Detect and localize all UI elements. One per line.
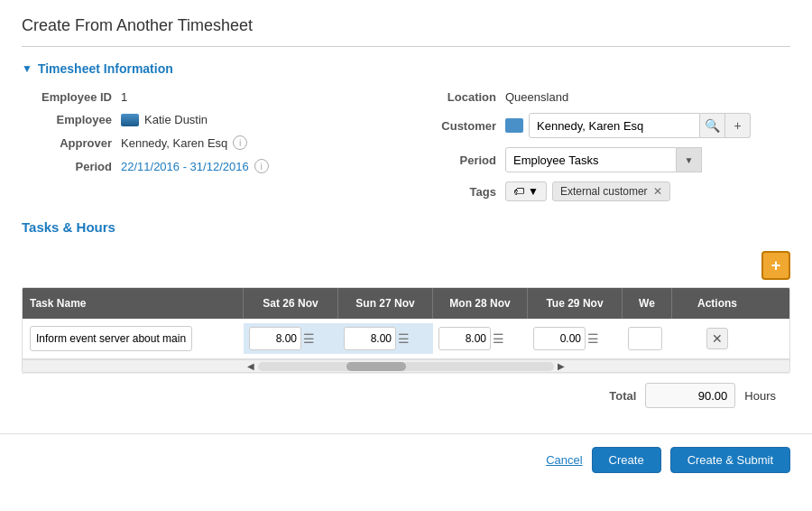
employee-icon	[121, 114, 139, 126]
create-button[interactable]: Create	[592, 447, 661, 473]
customer-period-label: Period	[406, 153, 496, 167]
col-sat: Sat 26 Nov	[244, 288, 338, 319]
col-tue: Tue 29 Nov	[528, 288, 623, 319]
customer-label: Customer	[406, 119, 496, 133]
delete-row-button[interactable]: ✕	[706, 328, 728, 349]
location-value: Queensland	[505, 90, 568, 104]
page-title: Create From Another Timesheet	[22, 16, 790, 35]
tasks-toolbar: +	[22, 251, 790, 280]
timesheet-form: Employee ID 1 Employee Katie Dustin Appr…	[22, 90, 790, 201]
period-select-arrow[interactable]: ▼	[677, 147, 702, 172]
customer-input[interactable]	[529, 113, 700, 138]
tag-icon: 🏷	[513, 185, 524, 198]
mon-menu-icon[interactable]: ☰	[493, 331, 504, 346]
col-task-name: Task Name	[23, 288, 244, 319]
left-form-col: Employee ID 1 Employee Katie Dustin Appr…	[22, 90, 406, 201]
col-sun: Sun 27 Nov	[338, 288, 433, 319]
add-task-button[interactable]: +	[761, 251, 790, 280]
approver-info-icon[interactable]: i	[233, 135, 247, 150]
tags-label: Tags	[406, 185, 496, 199]
scroll-left-arrow[interactable]: ◀	[244, 361, 258, 371]
tags-container: 🏷 ▼ External customer ✕	[505, 181, 670, 201]
employee-id-label: Employee ID	[22, 90, 112, 104]
sat-hours-cell: ☰	[244, 323, 338, 354]
mon-hours-input[interactable]	[438, 327, 491, 350]
col-we: We	[623, 288, 672, 319]
location-label: Location	[406, 90, 496, 104]
we-hours-input[interactable]	[628, 327, 662, 350]
customer-row: Customer 🔍 +	[406, 113, 790, 138]
period-info-icon[interactable]: i	[254, 159, 269, 173]
right-form-col: Location Queensland Customer 🔍 + Period …	[406, 90, 790, 201]
scrollbar-track[interactable]	[258, 362, 554, 371]
sun-menu-icon[interactable]: ☰	[398, 331, 410, 346]
hours-label: Hours	[744, 389, 776, 403]
approver-label: Approver	[22, 136, 112, 150]
tag-badge-label: External customer	[560, 185, 648, 198]
tue-hours-input[interactable]	[533, 327, 586, 350]
sun-hours-cell: ☰	[338, 323, 433, 354]
chevron-icon[interactable]: ▼	[22, 62, 32, 75]
total-row: Total Hours	[22, 373, 790, 417]
employee-id-value: 1	[121, 90, 127, 104]
horizontal-scrollbar[interactable]: ◀ ▶	[23, 359, 789, 372]
customer-icon	[505, 118, 523, 133]
customer-search-button[interactable]: 🔍	[700, 113, 725, 138]
total-value[interactable]	[645, 383, 735, 408]
tasks-table: Task Name Sat 26 Nov Sun 27 Nov Mon 28 N…	[22, 287, 790, 373]
tag-arrow-icon: ▼	[528, 185, 539, 198]
scroll-right-arrow[interactable]: ▶	[554, 361, 568, 371]
external-customer-tag: External customer ✕	[552, 181, 670, 201]
approver-value: Kennedy, Karen Esq	[121, 136, 227, 150]
task-name-cell	[23, 319, 244, 358]
employee-label: Employee	[22, 113, 112, 126]
action-cell: ✕	[672, 324, 762, 353]
col-mon: Mon 28 Nov	[433, 288, 528, 319]
tue-hours-cell: ☰	[528, 323, 623, 354]
col-actions: Actions	[672, 288, 762, 319]
we-hours-cell	[623, 323, 672, 354]
customer-period-row: Period ▼	[406, 147, 790, 172]
tasks-table-header: Task Name Sat 26 Nov Sun 27 Nov Mon 28 N…	[23, 288, 789, 319]
tags-row: Tags 🏷 ▼ External customer ✕	[406, 181, 790, 201]
period-row: Period 22/11/2016 - 31/12/2016 i	[22, 159, 406, 173]
period-value[interactable]: 22/11/2016 - 31/12/2016	[121, 160, 249, 173]
footer-actions: Cancel Create Create & Submit	[0, 433, 812, 486]
sat-menu-icon[interactable]: ☰	[303, 331, 315, 346]
customer-input-group: 🔍 +	[529, 113, 751, 138]
period-select-input[interactable]	[505, 147, 677, 172]
employee-value: Katie Dustin	[144, 113, 208, 126]
tag-close-button[interactable]: ✕	[653, 185, 662, 198]
total-label: Total	[609, 389, 636, 403]
sat-hours-input[interactable]	[249, 327, 301, 350]
tue-menu-icon[interactable]: ☰	[587, 331, 599, 346]
scrollbar-thumb[interactable]	[346, 362, 406, 371]
tag-dropdown-button[interactable]: 🏷 ▼	[505, 181, 547, 201]
cancel-button[interactable]: Cancel	[546, 447, 582, 473]
title-divider	[22, 46, 790, 47]
customer-add-button[interactable]: +	[725, 113, 751, 138]
tasks-hours-section: Tasks & Hours + Task Name Sat 26 Nov Sun…	[22, 219, 790, 417]
employee-id-row: Employee ID 1	[22, 90, 406, 104]
location-row: Location Queensland	[406, 90, 790, 104]
table-row: ☰ ☰ ☰ ☰ ✕	[23, 319, 789, 359]
timesheet-section-title: Timesheet Information	[38, 61, 173, 76]
tasks-section-title: Tasks & Hours	[22, 219, 115, 235]
sun-hours-input[interactable]	[344, 327, 396, 350]
employee-row: Employee Katie Dustin	[22, 113, 406, 126]
approver-row: Approver Kennedy, Karen Esq i	[22, 135, 406, 150]
mon-hours-cell: ☰	[433, 323, 528, 354]
period-label: Period	[22, 160, 112, 173]
timesheet-section-header: ▼ Timesheet Information	[22, 61, 790, 76]
period-select-group: ▼	[505, 147, 702, 172]
create-submit-button[interactable]: Create & Submit	[670, 447, 790, 473]
task-name-input[interactable]	[30, 326, 192, 351]
